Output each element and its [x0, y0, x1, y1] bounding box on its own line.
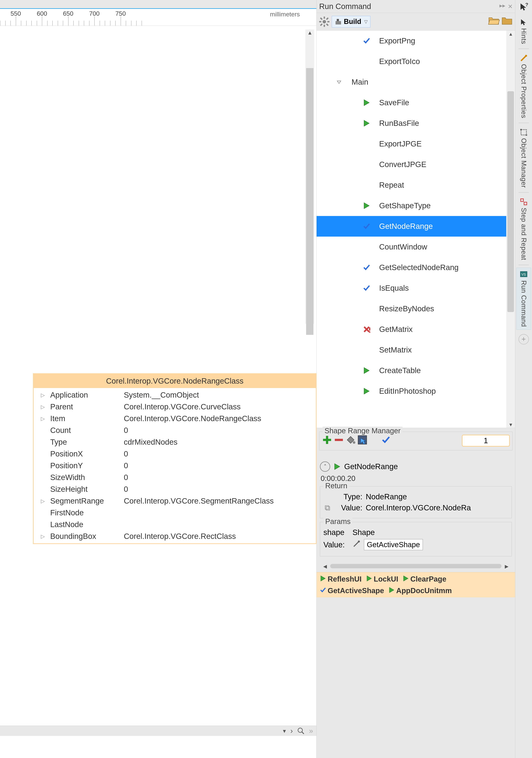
expand-icon[interactable]: ▷: [36, 498, 50, 504]
svg-marker-20: [364, 367, 369, 373]
inspector-row[interactable]: PositionY0: [34, 460, 316, 471]
inspector-row[interactable]: ▷ItemCorel.Interop.VGCore.NodeRangeClass: [34, 413, 316, 425]
property-name: SizeWidth: [50, 473, 124, 482]
play-icon: [361, 120, 373, 127]
tree-item[interactable]: CreateTable: [316, 360, 506, 381]
expand-icon[interactable]: ▷: [36, 392, 50, 398]
add-icon[interactable]: [322, 435, 332, 447]
docker-tab[interactable]: Step and Repeat: [516, 195, 531, 263]
params-horizontal-scrollbar[interactable]: ◂ ▸: [320, 560, 512, 572]
param-value-input[interactable]: GetActiveShape: [364, 539, 423, 550]
tree-item-label: CreateTable: [373, 366, 421, 375]
result-command-name: GetNodeRange: [344, 462, 398, 471]
scroll-down-arrow-icon[interactable]: ▾: [283, 727, 286, 735]
chevron-right-icon[interactable]: ›: [290, 727, 293, 735]
tree-item[interactable]: IsEquals: [316, 278, 506, 298]
expand-icon[interactable]: ▷: [36, 416, 50, 422]
param-name: shape: [323, 528, 349, 537]
expand-icon[interactable]: ▸▸: [499, 2, 505, 11]
quick-action[interactable]: AppDocUnitmm: [388, 587, 452, 595]
tree-item[interactable]: GetSelectedNodeRang: [316, 257, 506, 278]
play-icon[interactable]: [334, 463, 341, 470]
tree-item-label: ConvertJPGE: [373, 160, 426, 169]
inspector-row[interactable]: ▷SegmentRangeCorel.Interop.VGCore.Segmen…: [34, 495, 316, 507]
inspector-row[interactable]: TypecdrMixedNodes: [34, 436, 316, 448]
quick-action[interactable]: GetActiveShape: [320, 587, 384, 595]
tree-item[interactable]: ExportJPGE: [316, 134, 506, 154]
tree-item[interactable]: ExportToIco: [316, 51, 506, 72]
play-icon: [361, 367, 373, 374]
tree-item-label: Main: [345, 78, 368, 86]
inspector-row[interactable]: Count0: [34, 425, 316, 436]
docker-tab[interactable]: Object Manager: [516, 126, 531, 190]
ruler-tick-label: 600: [37, 10, 47, 17]
expand-icon[interactable]: ▷: [36, 534, 50, 539]
tree-item[interactable]: EditInPhotoshop: [316, 381, 506, 401]
inspector-row[interactable]: ▷ApplicationSystem.__ComObject: [34, 389, 316, 401]
svg-line-10: [320, 24, 322, 25]
quick-action-label: GetActiveShape: [328, 587, 384, 595]
build-button[interactable]: Build ▽: [332, 16, 371, 28]
copy-icon[interactable]: ⧉: [323, 503, 331, 512]
tree-item[interactable]: SaveFile: [316, 92, 506, 113]
quick-action[interactable]: LockUI: [366, 575, 398, 583]
select-icon[interactable]: [357, 435, 368, 447]
tree-item[interactable]: SetMatrix: [316, 340, 506, 360]
inspector-row[interactable]: LastNode: [34, 519, 316, 531]
inspector-row[interactable]: PositionX0: [34, 448, 316, 460]
tree-item-label: GetSelectedNodeRang: [373, 263, 459, 272]
tree-scrollbar[interactable]: ▴ ▾: [506, 31, 515, 428]
inspector-row[interactable]: ▷ParentCorel.Interop.VGCore.CurveClass: [34, 401, 316, 413]
srm-count-field[interactable]: 1: [462, 435, 510, 447]
folder-open-icon[interactable]: [488, 17, 499, 27]
tree-item[interactable]: ExportPng: [316, 31, 506, 51]
tree-item[interactable]: ResizeByNodes: [316, 298, 506, 319]
pointer-help-icon[interactable]: ?: [519, 2, 528, 14]
paint-bucket-icon[interactable]: [346, 435, 356, 447]
add-docker-button[interactable]: +: [518, 334, 529, 344]
command-tree[interactable]: ExportPngExportToIcoMainSaveFileRunBasFi…: [316, 31, 515, 428]
docker-tab-label: Object Manager: [520, 138, 528, 188]
svg-rect-39: [526, 134, 527, 136]
check-icon: [361, 264, 373, 271]
tree-item[interactable]: GetShapeType: [316, 195, 506, 216]
docker-tab[interactable]: VSRun Command: [516, 268, 531, 330]
check-icon[interactable]: [382, 435, 390, 446]
svg-line-1: [302, 732, 304, 734]
tree-item[interactable]: CountWindow: [316, 237, 506, 257]
canvas[interactable]: ▴ Corel.Interop.VGCore.NodeRangeClass ▷A…: [0, 26, 316, 758]
inspector-row[interactable]: ▷BoundingBoxCorel.Interop.VGCore.RectCla…: [34, 531, 316, 542]
inspector-row[interactable]: SizeHeight0: [34, 483, 316, 495]
play-icon: [403, 575, 409, 583]
close-icon[interactable]: ×: [508, 2, 513, 11]
wand-icon[interactable]: [352, 540, 361, 550]
collapse-up-button[interactable]: ˄: [320, 462, 330, 472]
canvas-vertical-scrollbar[interactable]: ▴: [305, 29, 314, 324]
chevron-double-right-icon[interactable]: »: [309, 727, 313, 735]
tree-item-label: ExportToIco: [373, 57, 420, 66]
ruler-tick-label: 550: [11, 10, 21, 17]
params-group: Params shape Shape Value: GetActiveShape: [320, 522, 512, 556]
folder-icon[interactable]: [501, 17, 513, 27]
tree-item[interactable]: GetMatrix: [316, 319, 506, 340]
object-inspector-tooltip: Corel.Interop.VGCore.NodeRangeClass ▷App…: [33, 373, 316, 544]
srm-legend: Shape Range Manager: [323, 427, 403, 435]
inspector-row[interactable]: SizeWidth0: [34, 471, 316, 483]
quick-action[interactable]: RefleshUI: [320, 575, 362, 583]
expand-icon[interactable]: ▷: [36, 404, 50, 410]
svg-marker-14: [364, 120, 369, 126]
remove-icon[interactable]: [334, 435, 344, 447]
gear-icon[interactable]: [319, 17, 329, 27]
dropdown-icon[interactable]: ▽: [364, 19, 368, 24]
tree-item[interactable]: RunBasFile: [316, 113, 506, 134]
property-value: Corel.Interop.VGCore.NodeRangeClass: [124, 414, 314, 423]
tree-item[interactable]: ConvertJPGE: [316, 154, 506, 175]
quick-action[interactable]: ClearPage: [403, 575, 447, 583]
tree-item[interactable]: Main: [316, 72, 506, 92]
inspector-row[interactable]: FirstNode: [34, 507, 316, 519]
docker-tab[interactable]: Object Properties: [516, 52, 531, 121]
tree-item[interactable]: Repeat: [316, 175, 506, 195]
zoom-icon[interactable]: [297, 727, 305, 735]
docker-tab[interactable]: Hints: [516, 16, 531, 47]
tree-item[interactable]: GetNodeRange: [316, 216, 506, 237]
